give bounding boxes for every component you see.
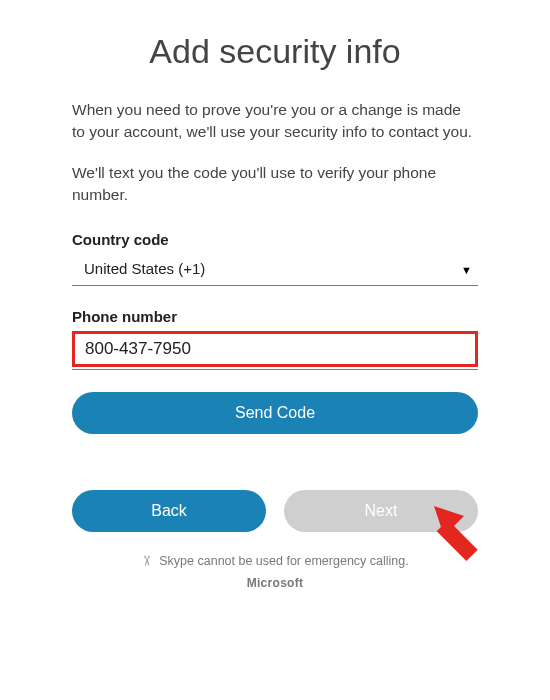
tools-icon: ✂ (139, 555, 155, 567)
send-code-button[interactable]: Send Code (72, 392, 478, 434)
back-button[interactable]: Back (72, 490, 266, 532)
disclaimer-text: Skype cannot be used for emergency calli… (159, 554, 408, 568)
page-title: Add security info (72, 32, 478, 71)
chevron-down-icon: ▼ (461, 264, 472, 276)
emergency-disclaimer: ✂ Skype cannot be used for emergency cal… (141, 553, 408, 569)
brand-label: Microsoft (72, 576, 478, 590)
phone-number-label: Phone number (72, 308, 478, 325)
country-code-selected-value: United States (+1) (84, 260, 205, 277)
helper-text: We'll text you the code you'll use to ve… (72, 162, 478, 207)
phone-number-highlight (72, 331, 478, 367)
phone-number-input[interactable] (85, 339, 465, 359)
country-code-label: Country code (72, 231, 478, 248)
intro-text: When you need to prove you're you or a c… (72, 99, 478, 144)
country-code-select[interactable]: United States (+1) ▼ (72, 254, 478, 286)
phone-underline (72, 369, 478, 370)
next-button: Next (284, 490, 478, 532)
